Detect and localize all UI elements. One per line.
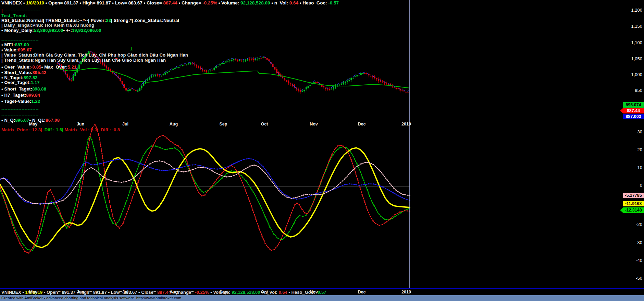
month-label: Sep — [220, 290, 227, 294]
text-segment: • Volume: — [217, 0, 240, 5]
info-line: • Over_Value:-0.85• Max_Over:5.21 — [1, 64, 77, 70]
status-bar: Created with AmiBroker - advanced charti… — [0, 295, 644, 301]
amibroker-window: VNINDEX • 1/8/2019 • Open= 891.37 • High… — [0, 0, 644, 301]
month-label: Aug — [170, 290, 178, 294]
value-label-badge: -11.9168 — [623, 201, 644, 206]
month-label: Sep — [220, 122, 227, 127]
y-axis-tick: 1,100 — [631, 40, 642, 45]
x-axis-months-bottom: MayJunJulAugSepOctNovDec2019 — [0, 290, 619, 295]
text-segment: Matrix_Price :-12.3| — [1, 127, 42, 132]
y-axis-tick: 0 — [640, 183, 642, 188]
y-axis-tick: 10 — [637, 165, 642, 170]
y-axis-tick: 1,050 — [631, 56, 642, 61]
y-axis-tick: -20 — [636, 222, 642, 227]
month-label: Aug — [170, 122, 178, 127]
text-segment: Matrix_Vol :-5.3| — [64, 127, 98, 132]
y-axis-tick: 1,000 — [631, 72, 642, 77]
text-segment: -0.57 — [328, 0, 339, 5]
info-line: |------------------------ — [1, 8, 40, 13]
month-label: Jul — [122, 290, 128, 294]
text-segment: 887.44 — [163, 0, 177, 5]
info-line: • H7_Taget:899.84 — [1, 93, 40, 98]
text-segment: • n_Vol: — [270, 0, 289, 5]
y-axis-tick: 30 — [637, 129, 642, 134]
info-line: | Value_Status:Đinh Gia Suy Giam, Tich L… — [1, 52, 188, 58]
month-label: May — [29, 290, 37, 294]
month-label: Dec — [358, 122, 366, 127]
info-line: • Value:895.07 — [1, 47, 32, 52]
value-label-badge: 887.44 — [623, 108, 644, 113]
text-segment: 1/8/2019 — [26, 0, 44, 5]
chart-canvas[interactable] — [0, 0, 619, 289]
y-axis-tick: 20 — [637, 147, 642, 152]
month-label: Jun — [77, 122, 84, 127]
x-axis-months-top: MayJunJulAugSepOctNovDec2019 — [0, 122, 619, 127]
info-line: | Daily_singal:Phuc Hoi Kiem tra Xu huon… — [1, 23, 94, 28]
text-segment: 0.64 — [289, 0, 298, 5]
y-axis-tick: -40 — [636, 258, 642, 263]
text-segment: VNINDEX — [1, 0, 22, 5]
info-line: • MT1:887.00 — [1, 42, 29, 47]
badge-arrow-icon — [620, 108, 623, 113]
month-label: Oct — [261, 122, 268, 127]
info-line: • Short_Taget:898.88 — [1, 86, 46, 92]
month-label: Dec — [358, 290, 366, 294]
text-segment: • Open= 891.37 • High= 891.87 • Low= 883… — [44, 0, 163, 5]
text-segment: Diff : 1.6 — [42, 127, 62, 132]
text-segment: 92,128,528.00 — [240, 0, 270, 5]
text-segment: Diff : -0.8 — [98, 127, 120, 132]
info-line: Test_Trend: — [1, 13, 27, 18]
matrix-status-line: Matrix_Price :-12.3| Diff : 1.6| Matrix_… — [1, 127, 120, 132]
info-line: RSI_Status:Normal| TREND_Status:--#--| P… — [1, 18, 179, 23]
chart-title-bar: VNINDEX • 1/8/2019 • Open= 891.37 • High… — [1, 0, 339, 5]
y-axis-tick: -30 — [636, 240, 642, 245]
value-label-badge: -5.27785 — [623, 193, 644, 198]
text-segment: • Heso_Goc: — [298, 0, 328, 5]
value-label-badge: 895.074 — [623, 102, 644, 108]
pane-separator-line — [0, 288, 644, 289]
text-segment: -0.25% — [202, 0, 217, 5]
text-segment: • — [22, 0, 26, 5]
y-axis-tick: 1,150 — [631, 24, 642, 29]
info-line: ------------------------ — [1, 37, 39, 43]
info-line: • Money_Daily:53,880,992.00• +-:19,932,0… — [1, 28, 101, 33]
info-line: • Taget-Value:1.22 — [1, 99, 40, 104]
month-label: 2019 — [401, 290, 411, 294]
month-label: May — [29, 122, 37, 127]
month-label: Nov — [310, 290, 318, 294]
bottom-title-row: VNINDEX • 1/8/2019 • Open= 891.37 • High… — [0, 290, 644, 295]
info-line: • Short_Value:895.42 — [1, 70, 46, 75]
value-label-badge: 887.003 — [623, 114, 644, 119]
info-line: ------------------------ — [1, 107, 39, 112]
value-label-badge: -12.3148 — [623, 207, 644, 213]
info-line: • N_Taget:897.82 — [1, 75, 38, 80]
text-segment: • Change= — [177, 0, 202, 5]
y-axis-tick: 1,200 — [631, 8, 642, 13]
badge-arrow-icon — [620, 207, 623, 213]
month-label: Jun — [77, 290, 84, 294]
month-label: Jul — [122, 122, 128, 127]
y-axis-tick: -50 — [636, 276, 642, 281]
month-label: Oct — [261, 290, 268, 294]
month-label: 2019 — [401, 122, 411, 127]
month-label: Nov — [310, 122, 318, 127]
y-axis-tick: 950 — [635, 88, 642, 93]
info-line: • Over_Taget:1.17 — [1, 80, 40, 85]
right-axis: 1,2001,1501,1001,0501,000950895.074887.4… — [619, 0, 644, 289]
info-line: | Trend_Status:Ngan Han Suy Giam, Tich L… — [1, 58, 166, 63]
